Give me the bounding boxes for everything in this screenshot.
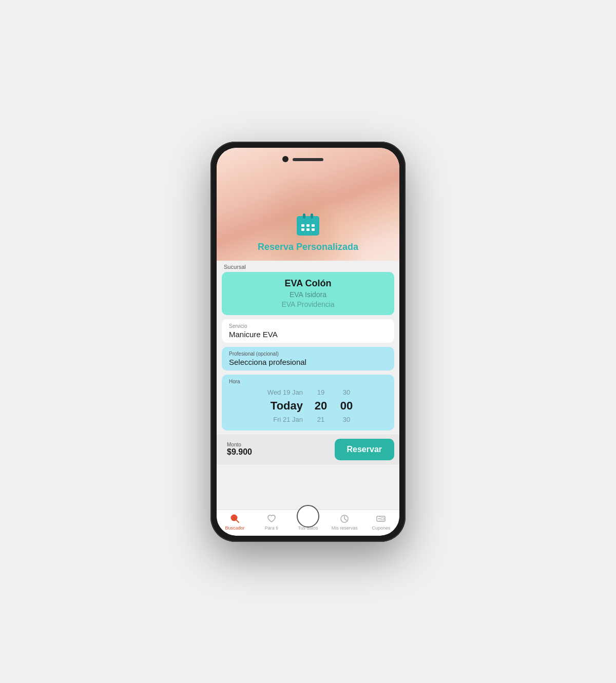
tab-cupones[interactable]: Cupones xyxy=(363,513,399,531)
hero-title: Reserva Personalizada xyxy=(258,242,358,252)
hora-picker-rows: Wed 19 Jan 19 30 Today 20 00 Fri 21 Jan xyxy=(229,387,387,424)
hora-label: Hora xyxy=(229,379,387,384)
svg-rect-19 xyxy=(381,518,384,520)
clock-icon xyxy=(339,513,350,524)
servicio-picker[interactable]: Servicio Manicure EVA xyxy=(222,319,394,343)
phone-camera xyxy=(282,156,288,162)
phone-speaker xyxy=(293,158,323,161)
svg-rect-8 xyxy=(312,228,315,231)
svg-rect-9 xyxy=(303,213,305,219)
hora-picker[interactable]: Hora Wed 19 Jan 19 30 Today 20 00 xyxy=(222,375,394,431)
heart-icon xyxy=(266,513,277,524)
tab-buscador-label: Buscador xyxy=(225,525,245,531)
svg-rect-5 xyxy=(312,224,315,227)
tab-buscador[interactable]: Buscador xyxy=(217,513,253,531)
hora-row-2[interactable]: Fri 21 Jan 21 30 xyxy=(229,415,387,424)
hora-min-0: 30 xyxy=(339,388,354,396)
tab-cupones-label: Cupones xyxy=(372,525,390,531)
servicio-value: Manicure EVA xyxy=(229,330,387,339)
home-button[interactable] xyxy=(297,505,319,528)
sucursal-picker[interactable]: EVA Colón EVA Isidora EVA Providencia xyxy=(222,272,394,315)
search-icon xyxy=(229,513,241,524)
monto-label: Monto xyxy=(227,442,330,447)
reservar-button[interactable]: Reservar xyxy=(335,439,395,460)
hora-hour-2: 21 xyxy=(313,416,329,423)
hora-min-2: 30 xyxy=(339,416,354,423)
hero-section: Reserva Personalizada xyxy=(217,148,399,261)
phone-screen: Reserva Personalizada Sucursal EVA Colón… xyxy=(217,148,399,536)
hora-hour-0: 19 xyxy=(313,388,329,396)
hora-day-2: Fri 21 Jan xyxy=(262,416,303,423)
svg-rect-2 xyxy=(297,220,319,223)
hora-min-1: 00 xyxy=(339,399,354,413)
svg-rect-4 xyxy=(306,224,310,227)
sucursal-main-value: EVA Colón xyxy=(229,277,387,290)
servicio-label: Servicio xyxy=(229,323,387,329)
monto-section: Monto $9.900 xyxy=(222,440,335,459)
phone-device: Reserva Personalizada Sucursal EVA Colón… xyxy=(210,142,406,542)
hora-day-0: Wed 19 Jan xyxy=(262,388,303,396)
svg-rect-10 xyxy=(311,213,313,219)
tab-mis-reservas[interactable]: Mis reservas xyxy=(326,513,363,531)
sucursal-sub1-value: EVA Isidora xyxy=(229,290,387,300)
profesional-value: Selecciona profesional xyxy=(229,358,387,366)
svg-line-12 xyxy=(236,520,239,522)
monto-value: $9.900 xyxy=(227,447,330,457)
tab-mis-reservas-label: Mis reservas xyxy=(332,525,358,531)
servicio-section: Servicio Manicure EVA xyxy=(217,319,399,343)
svg-rect-7 xyxy=(306,228,310,231)
phone-inner: Reserva Personalizada Sucursal EVA Colón… xyxy=(217,148,399,536)
hora-section: Hora Wed 19 Jan 19 30 Today 20 00 xyxy=(217,375,399,431)
bottom-bar: Monto $9.900 Reservar xyxy=(217,435,399,464)
calendar-icon xyxy=(295,211,321,238)
hora-day-1: Today xyxy=(262,399,303,413)
hora-hour-1: 20 xyxy=(313,399,329,413)
profesional-section: Profesional (opcional) Selecciona profes… xyxy=(217,347,399,370)
sucursal-sub2-value: EVA Providencia xyxy=(229,300,387,310)
tab-para-ti[interactable]: Para ti xyxy=(253,513,290,531)
sucursal-section: Sucursal EVA Colón EVA Isidora EVA Provi… xyxy=(217,261,399,315)
hora-row-1[interactable]: Today 20 00 xyxy=(229,398,387,414)
coupon-icon xyxy=(375,513,387,524)
hora-row-0[interactable]: Wed 19 Jan 19 30 xyxy=(229,387,387,397)
svg-rect-3 xyxy=(301,224,304,227)
content-area[interactable]: Sucursal EVA Colón EVA Isidora EVA Provi… xyxy=(217,261,399,510)
svg-rect-6 xyxy=(301,228,304,231)
profesional-picker[interactable]: Profesional (opcional) Selecciona profes… xyxy=(222,347,394,370)
tab-para-ti-label: Para ti xyxy=(265,525,278,531)
profesional-label: Profesional (opcional) xyxy=(229,351,387,357)
sucursal-label: Sucursal xyxy=(217,261,399,272)
